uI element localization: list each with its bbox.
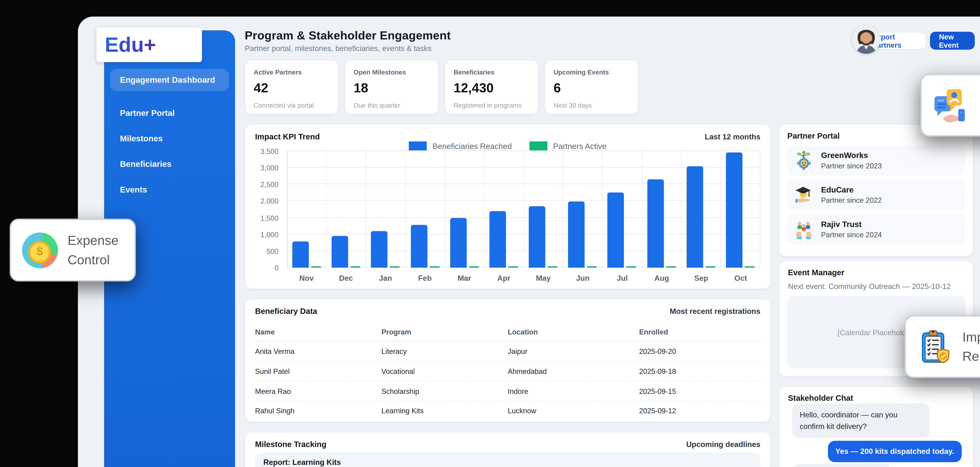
legend-swatch-0 xyxy=(409,141,427,150)
dollar-coin-icon: $ xyxy=(28,241,51,263)
chart-column-may xyxy=(524,151,563,268)
partner-portal-card: Partner Portal xyxy=(779,124,973,257)
chart-column-nov xyxy=(288,151,327,268)
sidebar-item-partner-portal[interactable]: Partner Portal xyxy=(110,102,229,124)
column-header: Enrolled xyxy=(639,328,760,336)
sidebar-item-events[interactable]: Events xyxy=(110,179,229,201)
legend-label: Beneficiaries Reached xyxy=(433,142,512,150)
cell-location: Lucknow xyxy=(508,406,639,414)
bar-partners-active xyxy=(705,266,715,268)
bar-partners-active xyxy=(666,266,676,268)
cell-program: Vocational xyxy=(382,367,508,375)
y-axis-tick: 1,000 xyxy=(261,230,278,238)
sidebar-item-engagement-dashboard[interactable]: Engagement Dashboard xyxy=(110,69,229,91)
expense-control-card[interactable]: $ Expense Control xyxy=(10,218,136,281)
x-axis-tick: Dec xyxy=(326,274,366,282)
kpi-label: Open Milestones xyxy=(353,68,430,76)
milestone-item[interactable]: Report: Learning Kits Due: 2025-10-10 xyxy=(255,453,760,467)
bar-partners-active xyxy=(508,266,519,268)
x-axis-tick: May xyxy=(523,274,563,282)
bar-beneficiaries-reached xyxy=(686,166,703,268)
x-axis-tick: Feb xyxy=(405,274,444,282)
chart-column-feb xyxy=(406,151,445,268)
cell-location: Indore xyxy=(508,387,639,395)
table-title: Beneficiary Data xyxy=(255,307,317,315)
partner-name: EduCare xyxy=(821,185,882,196)
table-subtitle: Most recent registrations xyxy=(670,307,760,315)
bar-partners-active xyxy=(626,266,636,268)
screenshot-root: ement Edu+ Engagement Dashboard Partner … xyxy=(0,0,980,467)
chat-title: Stakeholder Chat xyxy=(788,394,853,402)
milestone-subtitle: Upcoming deadlines xyxy=(686,440,760,448)
legend-item-partners: Partners Active xyxy=(530,141,606,150)
kpi-value: 18 xyxy=(353,81,430,96)
milestone-title: Milestone Tracking xyxy=(255,440,326,448)
bar-beneficiaries-reached xyxy=(293,242,309,268)
y-axis-tick: 1,500 xyxy=(261,214,278,222)
kpi-value: 42 xyxy=(254,81,329,96)
new-event-button[interactable]: New Event xyxy=(930,32,975,49)
kpi-value: 12,430 xyxy=(453,81,530,96)
partner-row-educare[interactable]: EduCare Partner since 2022 xyxy=(788,180,965,210)
bar-beneficiaries-reached xyxy=(647,179,663,268)
x-axis-tick: Mar xyxy=(445,274,484,282)
partner-row-greenworks[interactable]: GreenWorks Partner since 2023 xyxy=(788,145,965,176)
column-header: Program xyxy=(382,328,508,336)
kpi-sub: Due this quarter xyxy=(353,101,430,109)
next-event-text: Next event: Community Outreach — 2025-10… xyxy=(788,282,964,290)
legend-item-beneficiaries: Beneficiaries Reached xyxy=(409,141,512,150)
chart-title: Impact KPI Trend xyxy=(255,132,320,141)
x-axis-tick: Jan xyxy=(366,274,405,282)
table-header-row: Name Program Location Enrolled xyxy=(255,323,760,341)
x-axis-tick: Aug xyxy=(642,274,681,282)
chart-y-axis: 05001,0001,5002,0002,5003,0003,500 xyxy=(255,151,283,268)
avatar-icon xyxy=(852,26,880,54)
chart-legend: Beneficiaries Reached Partners Active xyxy=(245,141,770,150)
x-axis-tick: Jul xyxy=(603,274,642,282)
impact-clipboard-icon xyxy=(917,329,953,365)
impact-kpi-trend-card: Impact KPI Trend Last 12 months Benefici… xyxy=(245,124,771,289)
table-row: Anita Verma Literacy Jaipur 2025-09-20 xyxy=(255,341,760,361)
bar-beneficiaries-reached xyxy=(371,231,388,268)
kpi-value: 6 xyxy=(554,81,629,96)
bar-partners-active xyxy=(311,266,321,268)
kpi-card-active-partners: Active Partners 42 Connected via portal xyxy=(245,60,339,115)
chat-bubble-outgoing: Yes — 200 kits dispatched today. xyxy=(828,441,962,462)
kpi-label: Upcoming Events xyxy=(554,68,629,76)
partner-name: GreenWorks xyxy=(821,151,882,161)
impact-reporting-card[interactable]: Impact Reporting xyxy=(905,315,980,378)
cell-enrolled: 2025-09-20 xyxy=(639,347,760,355)
user-avatar[interactable] xyxy=(852,26,880,54)
bar-beneficiaries-reached xyxy=(608,193,624,268)
cell-enrolled: 2025-09-12 xyxy=(639,406,760,414)
community-hands-icon xyxy=(794,219,814,240)
kpi-card-open-milestones: Open Milestones 18 Due this quarter xyxy=(345,60,439,115)
table-row: Sunil Patel Vocational Ahmedabad 2025-09… xyxy=(255,361,760,381)
bar-beneficiaries-reached xyxy=(410,225,427,268)
bar-beneficiaries-reached xyxy=(450,218,466,268)
y-axis-tick: 3,000 xyxy=(261,164,278,172)
stakeholder-chat-card: Stakeholder Chat Hello, coordinator — ca… xyxy=(779,386,973,467)
cell-name: Sunil Patel xyxy=(255,367,382,375)
bar-beneficiaries-reached xyxy=(489,211,506,268)
sidebar-item-beneficiaries[interactable]: Beneficiaries xyxy=(110,153,229,175)
chart-column-jun xyxy=(563,151,603,268)
sidebar-nav: Engagement Dashboard Partner Portal Mile… xyxy=(110,69,229,204)
partner-row-rajiv-trust[interactable]: Rajiv Trust Partner since 2024 xyxy=(788,215,965,245)
chat-bubble-partial xyxy=(792,464,892,467)
compliance-management-card[interactable]: Compliance Management xyxy=(920,74,980,137)
chart-range-label: Last 12 months xyxy=(705,132,760,141)
chart-column-mar xyxy=(445,151,485,268)
sidebar-item-milestones[interactable]: Milestones xyxy=(110,128,229,150)
kpi-sub: Registered in programs xyxy=(453,101,530,109)
bar-beneficiaries-reached xyxy=(529,206,545,268)
legend-label: Partners Active xyxy=(553,142,606,150)
y-axis-tick: 2,500 xyxy=(261,180,278,188)
cell-name: Anita Verma xyxy=(255,347,382,355)
bar-beneficiaries-reached xyxy=(568,202,585,268)
brand-logo: Edu+ xyxy=(105,33,156,57)
y-axis-tick: 2,000 xyxy=(261,197,278,205)
milestone-name: Report: Learning Kits xyxy=(263,458,752,466)
milestone-tracking-card: Milestone Tracking Upcoming deadlines Re… xyxy=(245,432,771,467)
kpi-card-beneficiaries: Beneficiaries 12,430 Registered in progr… xyxy=(445,60,538,115)
